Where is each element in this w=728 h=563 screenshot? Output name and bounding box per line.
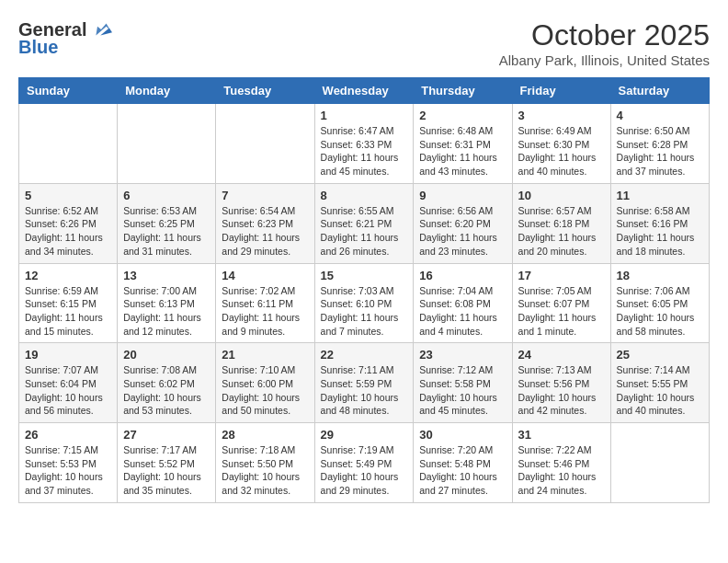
header-tuesday: Tuesday — [216, 78, 314, 104]
calendar-day: 7Sunrise: 6:54 AM Sunset: 6:23 PM Daylig… — [216, 183, 314, 263]
calendar-day: 13Sunrise: 7:00 AM Sunset: 6:13 PM Dayli… — [118, 263, 216, 343]
location-title: Albany Park, Illinois, United States — [499, 52, 710, 68]
day-info: Sunrise: 6:58 AM Sunset: 6:16 PM Dayligh… — [617, 204, 703, 259]
logo: General Blue — [18, 18, 112, 58]
day-number: 2 — [419, 109, 506, 122]
day-number: 30 — [419, 428, 506, 442]
title-section: October 2025 Albany Park, Illinois, Unit… — [499, 18, 710, 68]
calendar-day — [216, 104, 314, 184]
day-number: 31 — [518, 428, 605, 442]
day-number: 28 — [222, 428, 308, 442]
calendar-day — [19, 104, 118, 184]
day-info: Sunrise: 6:50 AM Sunset: 6:28 PM Dayligh… — [617, 124, 703, 178]
day-info: Sunrise: 7:17 AM Sunset: 5:52 PM Dayligh… — [123, 443, 210, 498]
day-number: 22 — [321, 348, 408, 362]
calendar-day: 9Sunrise: 6:56 AM Sunset: 6:20 PM Daylig… — [414, 183, 512, 263]
day-info: Sunrise: 7:14 AM Sunset: 5:55 PM Dayligh… — [617, 363, 703, 418]
header-wednesday: Wednesday — [314, 78, 414, 104]
calendar-day: 17Sunrise: 7:05 AM Sunset: 6:07 PM Dayli… — [512, 263, 610, 343]
day-info: Sunrise: 6:48 AM Sunset: 6:31 PM Dayligh… — [419, 124, 506, 178]
day-number: 16 — [419, 269, 506, 282]
day-number: 3 — [518, 109, 605, 122]
day-info: Sunrise: 7:05 AM Sunset: 6:07 PM Dayligh… — [518, 284, 605, 339]
calendar-day — [118, 104, 216, 184]
day-info: Sunrise: 6:54 AM Sunset: 6:23 PM Dayligh… — [222, 204, 308, 259]
day-number: 10 — [518, 189, 605, 202]
calendar-week-row: 5Sunrise: 6:52 AM Sunset: 6:26 PM Daylig… — [19, 183, 710, 263]
day-info: Sunrise: 6:53 AM Sunset: 6:25 PM Dayligh… — [123, 204, 210, 259]
day-number: 24 — [518, 348, 605, 362]
day-info: Sunrise: 7:19 AM Sunset: 5:49 PM Dayligh… — [321, 443, 408, 498]
day-info: Sunrise: 6:57 AM Sunset: 6:18 PM Dayligh… — [518, 204, 605, 259]
day-number: 1 — [321, 109, 408, 122]
day-info: Sunrise: 6:56 AM Sunset: 6:20 PM Dayligh… — [419, 204, 506, 259]
header-sunday: Sunday — [19, 78, 118, 104]
day-info: Sunrise: 6:49 AM Sunset: 6:30 PM Dayligh… — [518, 124, 605, 178]
calendar-day: 5Sunrise: 6:52 AM Sunset: 6:26 PM Daylig… — [19, 183, 118, 263]
header-saturday: Saturday — [610, 78, 709, 104]
calendar-day: 4Sunrise: 6:50 AM Sunset: 6:28 PM Daylig… — [610, 104, 709, 184]
header-monday: Monday — [118, 78, 216, 104]
calendar-day: 16Sunrise: 7:04 AM Sunset: 6:08 PM Dayli… — [414, 263, 512, 343]
calendar-day: 27Sunrise: 7:17 AM Sunset: 5:52 PM Dayli… — [118, 423, 216, 503]
day-info: Sunrise: 6:55 AM Sunset: 6:21 PM Dayligh… — [321, 204, 408, 259]
day-number: 23 — [419, 348, 506, 362]
calendar-day: 30Sunrise: 7:20 AM Sunset: 5:48 PM Dayli… — [414, 423, 512, 503]
day-info: Sunrise: 7:02 AM Sunset: 6:11 PM Dayligh… — [222, 284, 308, 339]
calendar-day: 26Sunrise: 7:15 AM Sunset: 5:53 PM Dayli… — [19, 423, 118, 503]
day-number: 5 — [25, 189, 111, 202]
calendar-day: 6Sunrise: 6:53 AM Sunset: 6:25 PM Daylig… — [118, 183, 216, 263]
calendar-day: 23Sunrise: 7:12 AM Sunset: 5:58 PM Dayli… — [414, 343, 512, 423]
day-number: 27 — [123, 428, 210, 442]
day-number: 19 — [25, 348, 111, 362]
calendar-week-row: 12Sunrise: 6:59 AM Sunset: 6:15 PM Dayli… — [19, 263, 710, 343]
day-number: 7 — [222, 189, 308, 202]
calendar-day: 8Sunrise: 6:55 AM Sunset: 6:21 PM Daylig… — [314, 183, 414, 263]
day-info: Sunrise: 7:08 AM Sunset: 6:02 PM Dayligh… — [123, 363, 210, 418]
calendar-day: 2Sunrise: 6:48 AM Sunset: 6:31 PM Daylig… — [414, 104, 512, 184]
logo-blue: Blue — [18, 37, 58, 58]
calendar-day: 12Sunrise: 6:59 AM Sunset: 6:15 PM Dayli… — [19, 263, 118, 343]
day-info: Sunrise: 7:15 AM Sunset: 5:53 PM Dayligh… — [25, 443, 111, 498]
page-header: General Blue October 2025 Albany Park, I… — [18, 18, 710, 68]
logo-icon — [90, 18, 112, 40]
day-info: Sunrise: 7:07 AM Sunset: 6:04 PM Dayligh… — [25, 363, 111, 418]
header-friday: Friday — [512, 78, 610, 104]
day-number: 14 — [222, 269, 308, 282]
calendar-week-row: 19Sunrise: 7:07 AM Sunset: 6:04 PM Dayli… — [19, 343, 710, 423]
month-title: October 2025 — [499, 18, 710, 52]
day-info: Sunrise: 7:22 AM Sunset: 5:46 PM Dayligh… — [518, 443, 605, 498]
day-number: 12 — [25, 269, 111, 282]
day-number: 29 — [321, 428, 408, 442]
day-number: 21 — [222, 348, 308, 362]
calendar-day — [610, 423, 709, 503]
day-info: Sunrise: 7:10 AM Sunset: 6:00 PM Dayligh… — [222, 363, 308, 418]
day-number: 15 — [321, 269, 408, 282]
day-info: Sunrise: 7:04 AM Sunset: 6:08 PM Dayligh… — [419, 284, 506, 339]
calendar-day: 24Sunrise: 7:13 AM Sunset: 5:56 PM Dayli… — [512, 343, 610, 423]
calendar-day: 22Sunrise: 7:11 AM Sunset: 5:59 PM Dayli… — [314, 343, 414, 423]
header-thursday: Thursday — [414, 78, 512, 104]
calendar-day: 29Sunrise: 7:19 AM Sunset: 5:49 PM Dayli… — [314, 423, 414, 503]
day-info: Sunrise: 7:18 AM Sunset: 5:50 PM Dayligh… — [222, 443, 308, 498]
day-info: Sunrise: 7:12 AM Sunset: 5:58 PM Dayligh… — [419, 363, 506, 418]
calendar-day: 10Sunrise: 6:57 AM Sunset: 6:18 PM Dayli… — [512, 183, 610, 263]
day-info: Sunrise: 7:20 AM Sunset: 5:48 PM Dayligh… — [419, 443, 506, 498]
calendar-day: 31Sunrise: 7:22 AM Sunset: 5:46 PM Dayli… — [512, 423, 610, 503]
day-number: 26 — [25, 428, 111, 442]
day-info: Sunrise: 6:59 AM Sunset: 6:15 PM Dayligh… — [25, 284, 111, 339]
day-number: 20 — [123, 348, 210, 362]
day-number: 4 — [617, 109, 703, 122]
day-info: Sunrise: 7:11 AM Sunset: 5:59 PM Dayligh… — [321, 363, 408, 418]
day-number: 9 — [419, 189, 506, 202]
calendar-day: 25Sunrise: 7:14 AM Sunset: 5:55 PM Dayli… — [610, 343, 709, 423]
day-number: 6 — [123, 189, 210, 202]
day-number: 13 — [123, 269, 210, 282]
calendar-day: 28Sunrise: 7:18 AM Sunset: 5:50 PM Dayli… — [216, 423, 314, 503]
day-info: Sunrise: 6:52 AM Sunset: 6:26 PM Dayligh… — [25, 204, 111, 259]
day-info: Sunrise: 7:13 AM Sunset: 5:56 PM Dayligh… — [518, 363, 605, 418]
day-number: 8 — [321, 189, 408, 202]
calendar-day: 11Sunrise: 6:58 AM Sunset: 6:16 PM Dayli… — [610, 183, 709, 263]
day-number: 11 — [617, 189, 703, 202]
calendar-day: 15Sunrise: 7:03 AM Sunset: 6:10 PM Dayli… — [314, 263, 414, 343]
